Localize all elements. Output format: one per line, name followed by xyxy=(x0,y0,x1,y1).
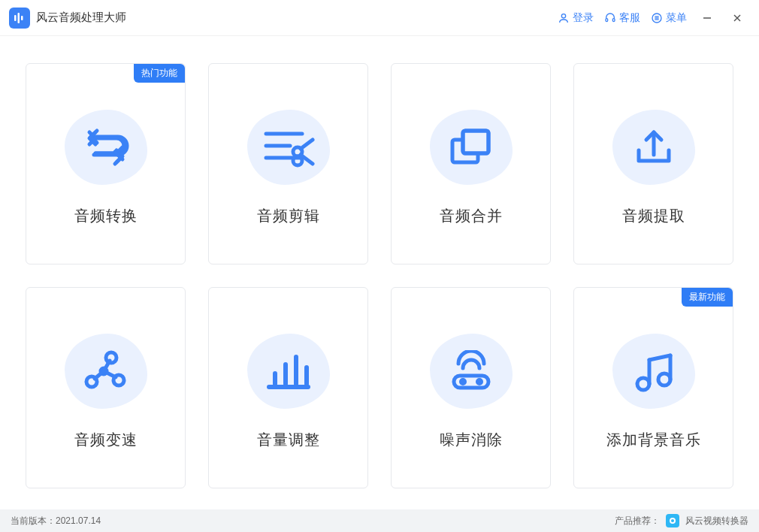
login-label: 登录 xyxy=(573,11,594,25)
status-bar: 当前版本： 2021.07.14 产品推荐： 风云视频转换器 xyxy=(0,509,759,532)
user-icon xyxy=(558,12,570,24)
noise-icon xyxy=(422,326,520,416)
scissors-icon xyxy=(240,102,337,192)
badge-hot: 热门功能 xyxy=(134,64,185,83)
card-label: 音频合并 xyxy=(440,206,503,226)
card-label: 添加背景音乐 xyxy=(606,430,701,450)
recommend-app-icon xyxy=(666,514,679,527)
menu-button[interactable]: 菜单 xyxy=(651,11,687,25)
support-button[interactable]: 客服 xyxy=(604,11,640,25)
svg-line-18 xyxy=(301,140,313,149)
card-label: 音量调整 xyxy=(257,430,320,450)
svg-rect-4 xyxy=(606,18,608,21)
svg-point-17 xyxy=(293,156,302,165)
music-note-icon xyxy=(605,326,703,416)
svg-rect-36 xyxy=(454,376,488,388)
support-label: 客服 xyxy=(619,11,640,25)
svg-point-37 xyxy=(461,379,464,383)
titlebar-actions: 登录 客服 菜单 xyxy=(558,8,747,28)
card-label: 音频剪辑 xyxy=(257,206,320,226)
title-bar: 风云音频处理大师 登录 客服 xyxy=(0,0,759,36)
svg-point-45 xyxy=(671,519,674,522)
card-label: 音频变速 xyxy=(74,430,138,450)
svg-line-30 xyxy=(104,361,110,371)
svg-rect-1 xyxy=(18,13,20,23)
svg-point-3 xyxy=(561,14,565,17)
minimize-button[interactable] xyxy=(697,8,717,28)
app-logo-icon xyxy=(9,8,30,29)
login-button[interactable]: 登录 xyxy=(558,11,594,25)
card-label: 音频转换 xyxy=(74,206,138,226)
convert-icon xyxy=(57,102,155,192)
merge-icon xyxy=(422,102,520,192)
headset-icon xyxy=(604,12,616,24)
card-audio-speed[interactable]: 音频变速 xyxy=(26,287,186,488)
menu-list-icon xyxy=(651,12,663,24)
speed-icon xyxy=(57,326,155,416)
card-label: 噪声消除 xyxy=(440,430,503,450)
app-title: 风云音频处理大师 xyxy=(36,11,126,25)
card-noise-remove[interactable]: 噪声消除 xyxy=(391,287,551,488)
card-add-bgm[interactable]: 最新功能 添加背景音乐 xyxy=(573,287,733,488)
card-audio-convert[interactable]: 热门功能 音频转换 xyxy=(26,63,186,264)
close-button[interactable] xyxy=(727,8,747,28)
svg-rect-5 xyxy=(612,18,615,21)
svg-point-38 xyxy=(477,379,481,383)
badge-new: 最新功能 xyxy=(682,288,733,307)
svg-rect-0 xyxy=(14,15,17,21)
version-prefix: 当前版本： xyxy=(11,515,56,527)
menu-label: 菜单 xyxy=(666,11,687,25)
card-audio-merge[interactable]: 音频合并 xyxy=(391,63,551,264)
recommend-app-name[interactable]: 风云视频转换器 xyxy=(685,515,748,527)
extract-icon xyxy=(605,102,703,192)
svg-line-43 xyxy=(649,355,670,360)
svg-rect-21 xyxy=(463,131,488,153)
card-label: 音频提取 xyxy=(622,206,685,226)
card-volume-adjust[interactable]: 音量调整 xyxy=(208,287,368,488)
feature-grid: 热门功能 音频转换 xyxy=(0,36,759,509)
recommend-prefix: 产品推荐： xyxy=(615,515,660,527)
card-audio-edit[interactable]: 音频剪辑 xyxy=(208,63,368,264)
svg-rect-2 xyxy=(21,16,23,20)
card-audio-extract[interactable]: 音频提取 xyxy=(573,63,733,264)
volume-bars-icon xyxy=(240,326,337,416)
version-number: 2021.07.14 xyxy=(56,515,101,526)
